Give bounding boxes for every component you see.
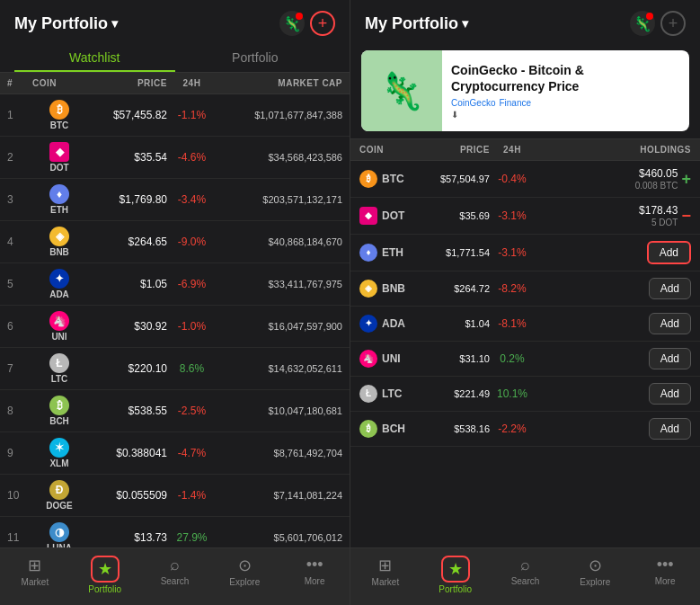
table-row[interactable]: 4 ◈ BNB $264.65 -9.0% $40,868,184,670 xyxy=(0,221,350,263)
add-coin-button[interactable]: Add xyxy=(649,383,691,405)
coin-price: $538.55 xyxy=(86,405,167,417)
market-nav-icon: ⊞ xyxy=(28,556,41,575)
promo-install[interactable]: ⬇ xyxy=(451,110,680,120)
right-gecko-avatar[interactable]: 🦎 xyxy=(630,11,655,36)
right-col-holdings: HOLDINGS xyxy=(535,145,691,155)
right-coin-symbol: BNB xyxy=(382,282,405,295)
right-table-row[interactable]: 🦄 UNI $31.10 0.2% Add xyxy=(350,342,700,377)
right-coin-cell: ◈ BNB xyxy=(359,280,418,298)
right-coin-icon-dot: ◆ xyxy=(359,207,377,225)
right-table-row[interactable]: ♦ ETH $1,771.54 -3.1% Add xyxy=(350,235,700,271)
coin-change: -2.5% xyxy=(167,405,217,417)
coin-price: $1,769.80 xyxy=(86,193,167,206)
right-nav-item-explore[interactable]: ⊙ Explore xyxy=(560,554,630,596)
table-row[interactable]: 9 ✶ XLM $0.388041 -4.7% $8,761,492,704 xyxy=(0,432,350,475)
right-portfolio-nav-label: Portfolio xyxy=(439,584,472,594)
right-table-row[interactable]: ₿ BTC $57,504.97 -0.4% $460.05 0.008 BTC… xyxy=(350,161,700,198)
right-coin-change: -8.2% xyxy=(490,282,535,295)
table-row[interactable]: 8 ₿ BCH $538.55 -2.5% $10,047,180,681 xyxy=(0,390,350,432)
right-nav-item-search[interactable]: ⌕ Search xyxy=(491,554,561,596)
right-nav-item-portfolio[interactable]: ★ Portfolio xyxy=(421,554,491,596)
right-coin-price: $1,771.54 xyxy=(418,247,490,258)
right-table-body[interactable]: ₿ BTC $57,504.97 -0.4% $460.05 0.008 BTC… xyxy=(350,161,700,547)
coin-symbol: BNB xyxy=(49,247,69,257)
add-coin-button[interactable]: Add xyxy=(647,241,691,264)
remove-holding-button[interactable]: − xyxy=(681,207,691,226)
coin-marketcap: $40,868,184,670 xyxy=(217,236,342,247)
table-row[interactable]: 11 ◑ LUNA $13.73 27.9% $5,601,706,012 xyxy=(0,517,350,547)
table-row[interactable]: 6 🦄 UNI $30.92 -1.0% $16,047,597,900 xyxy=(0,306,350,348)
right-table-row[interactable]: ◈ BNB $264.72 -8.2% Add xyxy=(350,271,700,307)
table-row[interactable]: 10 Ð DOGE $0.055509 -1.4% $7,141,081,224 xyxy=(0,475,350,517)
search-nav-icon: ⌕ xyxy=(170,556,180,574)
left-portfolio-title[interactable]: My Portfolio ▾ xyxy=(14,14,118,33)
add-portfolio-button[interactable]: + xyxy=(310,11,335,36)
row-rank: 3 xyxy=(7,193,32,206)
row-rank: 11 xyxy=(7,531,32,544)
coin-cell: ♦ ETH xyxy=(32,184,86,215)
left-nav-item-explore[interactable]: ⊙ Explore xyxy=(209,554,279,596)
coin-marketcap: $7,141,081,224 xyxy=(217,490,342,501)
right-table-row[interactable]: ◆ DOT $35.69 -3.1% $178.43 5 DOT − xyxy=(350,198,700,235)
add-coin-button[interactable]: Add xyxy=(649,278,691,299)
gecko-avatar[interactable]: 🦎 xyxy=(279,11,305,36)
more-nav-label: More xyxy=(305,576,325,586)
more-nav-icon: ••• xyxy=(306,556,323,574)
tab-watchlist[interactable]: Watchlist xyxy=(14,43,175,72)
right-coin-price: $538.16 xyxy=(418,423,490,434)
left-tabs: Watchlist Portfolio xyxy=(0,43,350,73)
row-rank: 9 xyxy=(7,447,32,459)
coin-symbol: XLM xyxy=(49,458,68,468)
left-header: My Portfolio ▾ 🦎 + xyxy=(0,0,350,43)
table-row[interactable]: 2 ◆ DOT $35.54 -4.6% $34,568,423,586 xyxy=(0,137,350,179)
add-coin-button[interactable]: Add xyxy=(649,313,691,334)
portfolio-nav-icon: ★ xyxy=(91,556,120,583)
add-holding-button[interactable]: + xyxy=(681,170,691,189)
table-row[interactable]: 3 ♦ ETH $1,769.80 -3.4% $203,571,132,171 xyxy=(0,179,350,221)
right-coin-price: $31.10 xyxy=(418,353,490,364)
left-nav-item-search[interactable]: ⌕ Search xyxy=(140,554,210,596)
left-header-actions: 🦎 + xyxy=(279,11,335,36)
right-nav-item-more[interactable]: ••• More xyxy=(630,554,700,596)
coin-symbol: LTC xyxy=(51,374,68,384)
holdings-sub: 0.008 BTC xyxy=(635,181,678,191)
right-coin-cell: ♦ ETH xyxy=(359,244,418,262)
right-portfolio-title[interactable]: My Portfolio ▾ xyxy=(365,14,468,33)
tab-portfolio[interactable]: Portfolio xyxy=(175,43,336,72)
right-coin-cell: ✦ ADA xyxy=(359,315,418,334)
table-row[interactable]: 5 ✦ ADA $1.05 -6.9% $33,411,767,975 xyxy=(0,263,350,306)
coin-symbol: DOGE xyxy=(46,501,72,511)
left-nav-item-market[interactable]: ⊞ Market xyxy=(0,554,70,596)
right-more-nav-icon: ••• xyxy=(657,556,674,574)
right-coin-symbol: DOT xyxy=(382,209,404,222)
coin-cell: ◆ DOT xyxy=(32,142,86,173)
right-table-header: COIN PRICE 24H HOLDINGS xyxy=(350,138,700,161)
right-add-button[interactable]: + xyxy=(660,11,686,36)
left-table-body[interactable]: 1 ₿ BTC $57,455.82 -1.1% $1,071,677,847,… xyxy=(0,94,350,547)
add-coin-button[interactable]: Add xyxy=(649,348,691,369)
coin-price: $30.92 xyxy=(86,320,167,333)
coin-icon-bnb: ◈ xyxy=(49,227,69,246)
right-table-row[interactable]: ✦ ADA $1.04 -8.1% Add xyxy=(350,307,700,342)
right-coin-change: -2.2% xyxy=(490,423,535,435)
promo-card[interactable]: 🦎 CoinGecko - Bitcoin & Cryptocurrency P… xyxy=(361,50,689,131)
add-coin-button[interactable]: Add xyxy=(649,418,691,440)
right-col-24h: 24H xyxy=(490,145,535,155)
right-table-row[interactable]: ₿ BCH $538.16 -2.2% Add xyxy=(350,412,700,447)
left-nav-item-more[interactable]: ••• More xyxy=(279,554,350,596)
holdings-cell: Add xyxy=(535,418,691,440)
promo-title: CoinGecko - Bitcoin & Cryptocurrency Pri… xyxy=(451,62,680,94)
coin-icon-dot: ◆ xyxy=(49,142,69,162)
left-nav-item-portfolio[interactable]: ★ Portfolio xyxy=(70,554,140,596)
coin-symbol: ETH xyxy=(50,205,68,215)
left-bottom-nav: ⊞ Market ★ Portfolio ⌕ Search ⊙ Explore … xyxy=(0,547,350,605)
row-rank: 1 xyxy=(7,109,32,121)
right-coin-icon-uni: 🦄 xyxy=(359,350,377,368)
table-row[interactable]: 1 ₿ BTC $57,455.82 -1.1% $1,071,677,847,… xyxy=(0,94,350,137)
coin-change: -1.4% xyxy=(167,489,217,502)
right-table-row[interactable]: Ł LTC $221.49 10.1% Add xyxy=(350,377,700,412)
right-nav-item-market[interactable]: ⊞ Market xyxy=(350,554,421,596)
right-coin-symbol: UNI xyxy=(382,352,401,365)
table-row[interactable]: 7 Ł LTC $220.10 8.6% $14,632,052,611 xyxy=(0,348,350,390)
right-notification-dot xyxy=(646,13,653,20)
